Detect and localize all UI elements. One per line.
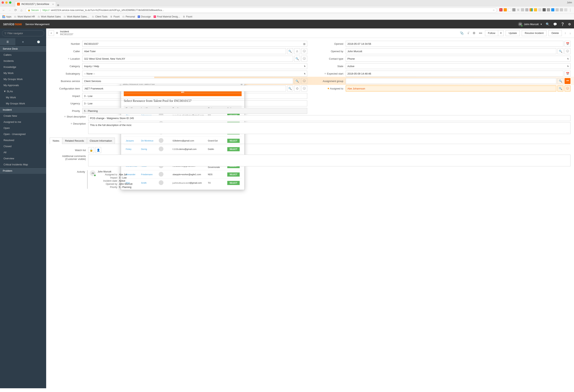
ext-icon-9[interactable] [534, 8, 537, 11]
nav-item[interactable]: My Approvals [0, 82, 46, 88]
bookmark-item[interactable]: 🗀Work Market Sales… [64, 15, 89, 18]
back-icon[interactable]: ← [2, 8, 5, 12]
nav-item-collapsible[interactable]: ▼ SLAs [0, 88, 46, 94]
ext-icon-14[interactable] [555, 8, 559, 11]
tab-closure-info[interactable]: Closure Information [87, 138, 115, 144]
nav-item[interactable]: Knowledge [0, 64, 46, 70]
delete-button[interactable]: Delete [549, 30, 562, 36]
nav-item[interactable]: Critical Incidents Map [0, 162, 46, 168]
subcategory-select[interactable]: -- None --⇅ [82, 71, 307, 76]
config-item-input[interactable]: .NET Framework [82, 86, 286, 92]
desc-textarea[interactable]: This is the full description of the inci… [88, 122, 571, 134]
info-icon[interactable]: ⓘ [301, 48, 307, 54]
tab-notes[interactable]: Notes [50, 138, 62, 144]
workmarket-badge[interactable]: ʷᵐ [565, 78, 571, 84]
nav-subitem[interactable]: My Work [0, 94, 46, 100]
form-menu-icon[interactable]: ≡ [56, 31, 58, 35]
apps-bookmark[interactable]: Apps [2, 15, 11, 18]
caller-input[interactable]: Abel Tuter [82, 48, 286, 54]
assigned-to-input[interactable]: Abe Johannson [346, 86, 556, 92]
follow-dropdown[interactable]: ▼ [498, 30, 504, 36]
nav-tab-history[interactable]: 🕐 [31, 38, 46, 45]
lookup-icon[interactable]: 🔍 [294, 56, 300, 62]
nav-item[interactable]: Callers [0, 52, 46, 58]
ext-icon-12[interactable] [547, 8, 550, 11]
nav-item[interactable]: My Groups Work [0, 76, 46, 82]
nav-section-header[interactable]: Problem [0, 168, 46, 174]
resolve-button[interactable]: Resolve Incident [522, 30, 547, 36]
nav-item[interactable]: Assigned to me [0, 119, 46, 125]
tab-related-records[interactable]: Related Records [62, 138, 87, 144]
lock-icon[interactable]: 🔒 [88, 147, 94, 153]
window-close-traffic[interactable] [1, 1, 4, 4]
ext-icon-6[interactable] [521, 8, 524, 11]
info-icon[interactable]: ⓘ [301, 78, 307, 84]
nav-subitem[interactable]: My Groups Work [0, 100, 46, 107]
info-icon[interactable]: ⓘ [301, 86, 307, 92]
user-menu[interactable]: JM John Murcott ▼ [518, 22, 542, 26]
personalize-icon[interactable]: ⚙ [472, 31, 476, 35]
bookmark-item[interactable]: 🗀Work Market Sales [38, 15, 61, 18]
nav-item[interactable]: All [0, 149, 46, 155]
lookup-icon[interactable]: 🔍 [557, 86, 563, 92]
assignment-group-input[interactable] [346, 78, 556, 84]
bookmark-star-icon[interactable]: ☆ [493, 9, 495, 12]
warning-icon[interactable]: ⚠ [294, 48, 300, 54]
nav-item[interactable]: Resolved [0, 137, 46, 143]
window-max-traffic[interactable] [9, 1, 11, 4]
lookup-icon[interactable]: 🔍 [287, 48, 293, 54]
add-me-icon[interactable]: 👤 [95, 147, 101, 153]
barcode-icon[interactable]: ▦ [303, 42, 306, 45]
home-icon[interactable]: ⌂ [20, 8, 23, 12]
addl-comments-textarea[interactable] [88, 155, 571, 166]
calendar-icon[interactable]: 📅 [565, 71, 571, 76]
number-input[interactable]: INC0010157 ▦ [82, 41, 307, 47]
nav-item[interactable]: My Work [0, 70, 46, 76]
update-button[interactable]: Update [506, 30, 520, 36]
lookup-icon[interactable]: 🔍 [294, 78, 300, 84]
contact-type-select[interactable]: Phone⇅ [346, 56, 571, 62]
reload-icon[interactable]: ⟳ [14, 8, 17, 12]
nav-tab-favorites[interactable]: ★ [15, 38, 31, 45]
search-icon[interactable]: 🔍 [546, 22, 550, 26]
ext-icon-8[interactable] [530, 8, 533, 11]
prev-record-icon[interactable]: ↑ [564, 32, 567, 35]
nav-section-header[interactable]: Service Desk [0, 46, 46, 52]
more-icon[interactable]: ••• [478, 31, 483, 35]
nav-item[interactable]: Closed [0, 143, 46, 149]
follow-button[interactable]: Follow [485, 30, 498, 36]
ext-icon-13[interactable] [551, 8, 554, 11]
calendar-icon[interactable]: 📅 [565, 41, 571, 47]
impact-select[interactable]: 3 - Low [82, 93, 307, 99]
info-icon[interactable]: ⓘ [301, 56, 307, 62]
expected-start-input[interactable]: 2018-05-09 14:48:46 [346, 71, 564, 76]
nav-tab-all[interactable]: ☰ [0, 38, 15, 45]
location-input[interactable]: 322 West 52nd Street, New York,NY [82, 56, 293, 62]
ext-icon-10[interactable] [538, 8, 541, 11]
state-select[interactable]: Active⇅ [346, 63, 571, 69]
address-bar[interactable]: 🔒 Secure | https:// ven02324.service-now… [25, 8, 497, 13]
ext-icon-5[interactable]: G [517, 8, 520, 11]
nav-item[interactable]: Incidents [0, 58, 46, 64]
lookup-icon[interactable]: 🔍 [287, 86, 293, 92]
gear-icon[interactable]: ⚙ [568, 22, 571, 26]
next-record-icon[interactable]: ↓ [569, 32, 572, 35]
window-min-traffic[interactable] [5, 1, 8, 4]
opened-by-input[interactable]: John Murcott [346, 48, 556, 54]
ext-icon-1[interactable]: 5 [499, 8, 502, 11]
lookup-icon[interactable]: 🔍 [557, 78, 563, 84]
bookmark-item[interactable]: 🗎Fount [183, 15, 192, 18]
ext-icon-15[interactable] [560, 8, 563, 11]
ext-icon-11[interactable] [543, 8, 546, 11]
ext-icon-4[interactable] [512, 8, 515, 11]
bookmark-item[interactable]: 🗎Fount [110, 15, 120, 18]
ext-icon-3[interactable] [508, 8, 511, 11]
category-select[interactable]: Inquiry / Help⇅ [82, 63, 307, 69]
chat-icon[interactable]: 💬 [553, 22, 557, 26]
nav-item[interactable]: Overview [0, 155, 46, 162]
bookmark-item[interactable]: 🗀Personal [123, 15, 135, 18]
urgency-select[interactable]: 3 - Low [82, 100, 307, 106]
filter-navigator-input[interactable]: ▽ Filter navigator [2, 30, 44, 36]
nav-item[interactable]: Open - Unassigned [0, 131, 46, 137]
help-icon[interactable]: ❔ [561, 22, 565, 26]
